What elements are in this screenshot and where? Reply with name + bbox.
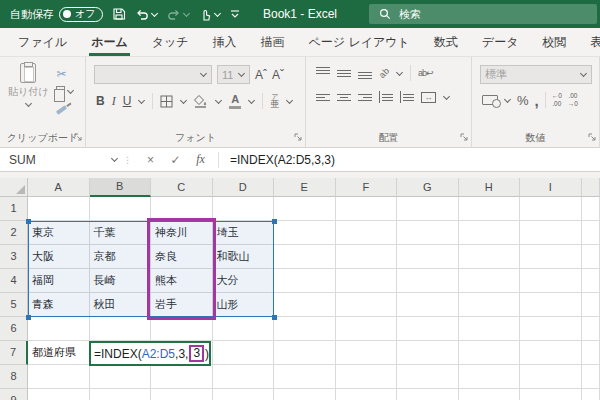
cell-b4[interactable]: 長崎 [90,269,152,293]
font-name-combo[interactable] [94,65,212,84]
cell-a8[interactable] [28,365,90,389]
cell-d5[interactable]: 山形 [213,293,275,317]
currency-format-icon[interactable] [482,95,498,105]
autosave-pill[interactable]: オフ [59,7,103,22]
column-header-e[interactable]: E [274,178,336,197]
cell-d8[interactable] [213,365,275,389]
cell-h1[interactable] [459,197,521,221]
cell-e5[interactable] [274,293,336,317]
formula-input[interactable]: =INDEX(A2:D5,3,3) [224,153,335,167]
cell-e3[interactable] [274,245,336,269]
name-box[interactable]: SUM [0,153,118,167]
tab-draw[interactable]: 描画 [249,28,297,56]
increase-decimal-button[interactable]: ←0 .00 [552,92,562,108]
cell-e8[interactable] [274,365,336,389]
font-color-dropdown-icon[interactable] [248,96,255,103]
cell-f8[interactable] [336,365,398,389]
cell-i3[interactable] [520,245,582,269]
tab-page-layout[interactable]: ページ レイアウト [297,28,422,56]
cell-g6[interactable] [397,317,459,341]
cell-h8[interactable] [459,365,521,389]
format-painter-button[interactable] [56,101,74,115]
tab-review[interactable]: 校閲 [530,28,578,56]
orientation-dropdown-icon[interactable] [396,68,403,75]
percent-style-button[interactable]: % [517,93,529,108]
row-header-7[interactable]: 7 [0,341,28,365]
cell-f7[interactable] [336,341,398,365]
cell-d1[interactable] [213,197,275,221]
cell-a7[interactable]: 都道府県 [28,341,90,365]
row-header-1[interactable]: 1 [0,197,28,221]
align-center-icon[interactable] [337,91,351,103]
cell-f5[interactable] [336,293,398,317]
cell-g4[interactable] [397,269,459,293]
cell-h2[interactable] [459,221,521,245]
redo-button[interactable] [167,8,190,21]
paste-button[interactable]: 貼り付け [8,63,48,115]
cell-b1[interactable] [90,197,152,221]
align-right-icon[interactable] [358,91,372,103]
copy-dropdown-icon[interactable] [67,86,74,93]
row-header-3[interactable]: 3 [0,245,28,269]
paste-dropdown-icon[interactable] [25,100,32,107]
save-button[interactable] [112,7,126,21]
copy-button[interactable] [56,84,74,98]
cell-c3[interactable]: 奈良 [151,245,213,269]
row-header-8[interactable]: 8 [0,365,28,389]
cell-g1[interactable] [397,197,459,221]
cell-f4[interactable] [336,269,398,293]
cell-h9[interactable] [459,389,521,400]
cell-c4[interactable]: 熊本 [151,269,213,293]
tab-touch[interactable]: タッチ [140,28,201,56]
cell-e1[interactable] [274,197,336,221]
cell-i9[interactable] [520,389,582,400]
formula-bar-grip[interactable]: ⋮ [118,155,138,165]
cell-d4[interactable]: 大分 [213,269,275,293]
decrease-indent-icon[interactable] [379,91,393,103]
column-header-c[interactable]: C [151,178,213,197]
row-header-6[interactable]: 6 [0,317,28,341]
cell-a1[interactable] [28,197,90,221]
active-cell-b7-editor[interactable]: =INDEX(A2:D5,3,3) [89,341,211,366]
cell-h6[interactable] [459,317,521,341]
cell-f3[interactable] [336,245,398,269]
cell-c6[interactable] [151,317,213,341]
row-header-5[interactable]: 5 [0,293,28,317]
insert-function-button[interactable]: fx [188,152,213,167]
cell-e2[interactable] [274,221,336,245]
row-header-9[interactable]: 9 [0,389,28,400]
cell-d9[interactable] [213,389,275,400]
undo-dropdown-icon[interactable] [151,9,158,16]
cell-i5[interactable] [520,293,582,317]
font-size-combo[interactable]: 11 [217,65,250,84]
row-header-4[interactable]: 4 [0,269,28,293]
cell-f9[interactable] [336,389,398,400]
cell-f2[interactable] [336,221,398,245]
cell-h7[interactable] [459,341,521,365]
cell-h3[interactable] [459,245,521,269]
selection-handle-bottomleft[interactable] [26,315,31,320]
number-dialog-launcher[interactable] [588,131,596,143]
borders-dropdown-icon[interactable] [180,96,187,103]
column-header-i[interactable]: I [520,178,582,197]
selection-handle-bottomright[interactable] [272,315,277,320]
cell-a3[interactable]: 大阪 [28,245,90,269]
cell-i1[interactable] [520,197,582,221]
qat-overflow-button[interactable] [230,10,240,18]
undo-button[interactable] [135,8,158,21]
row-header-2[interactable]: 2 [0,221,28,245]
tab-data[interactable]: データ [470,28,531,56]
cell-g2[interactable] [397,221,459,245]
cell-a9[interactable] [28,389,90,400]
cell-a5[interactable]: 青森 [28,293,90,317]
align-bottom-icon[interactable] [358,67,372,79]
tab-formulas[interactable]: 数式 [422,28,470,56]
selection-handle-topleft[interactable] [26,219,31,224]
cell-i6[interactable] [520,317,582,341]
cell-c5[interactable]: 岩手 [151,293,213,317]
cell-e9[interactable] [274,389,336,400]
bold-button[interactable]: B [96,94,105,108]
cell-a6[interactable] [28,317,90,341]
cell-f6[interactable] [336,317,398,341]
cell-d7[interactable] [213,341,275,365]
